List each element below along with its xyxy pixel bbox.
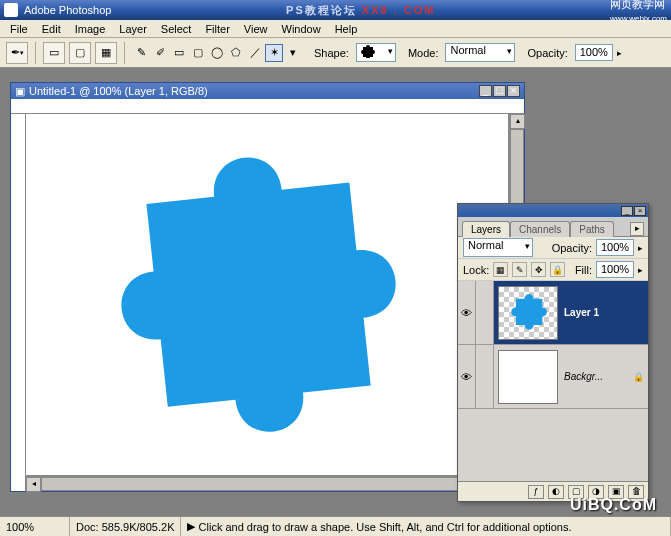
menu-file[interactable]: File (4, 22, 34, 36)
lock-icon: 🔒 (633, 372, 644, 382)
menu-layer[interactable]: Layer (113, 22, 153, 36)
tab-layers[interactable]: Layers (462, 221, 510, 237)
menu-window[interactable]: Window (276, 22, 327, 36)
tab-paths[interactable]: Paths (570, 221, 614, 237)
document-title-text: Untitled-1 @ 100% (Layer 1, RGB/8) (29, 85, 208, 97)
document-icon: ▣ (15, 85, 25, 98)
pen-icon[interactable]: ✎ (132, 44, 150, 62)
document-window: ▣ Untitled-1 @ 100% (Layer 1, RGB/8) _ □… (10, 82, 525, 492)
layer-mask-icon[interactable]: ◐ (548, 485, 564, 499)
titlebar-right: 网页教学网 www.webjx.com (610, 0, 667, 23)
lock-transparency-icon[interactable]: ▦ (493, 262, 508, 277)
divider (35, 42, 36, 64)
layer-blend-mode-select[interactable]: Normal (463, 238, 533, 257)
options-bar: ✒▾ ▭ ▢ ▦ ✎ ✐ ▭ ▢ ◯ ⬠ ／ ✶ ▾ Shape: Mode: … (0, 38, 671, 68)
visibility-toggle-icon[interactable]: 👁 (458, 345, 476, 408)
watermark-text: UiBQ.CoM (570, 496, 657, 514)
shape-options-dropdown-icon[interactable]: ▾ (284, 44, 302, 62)
shape-label: Shape: (314, 47, 349, 59)
polygon-icon[interactable]: ⬠ (227, 44, 245, 62)
fill-field[interactable]: 100% (596, 261, 634, 278)
doc-minimize-button[interactable]: _ (479, 85, 492, 97)
scroll-left-icon[interactable]: ◂ (26, 477, 41, 492)
ellipse-icon[interactable]: ◯ (208, 44, 226, 62)
menu-bar: File Edit Image Layer Select Filter View… (0, 20, 671, 38)
panel-titlebar[interactable]: _ × (458, 204, 648, 217)
photoshop-icon (4, 3, 18, 17)
layer-row[interactable]: 👁 Backgr... 🔒 (458, 345, 648, 409)
layer-thumbnail[interactable] (498, 286, 558, 340)
layers-panel: _ × Layers Channels Paths ▸ Normal Opaci… (457, 203, 649, 502)
link-column[interactable] (476, 345, 494, 408)
tab-channels[interactable]: Channels (510, 221, 570, 237)
zoom-level-field[interactable]: 100% (0, 517, 70, 536)
blend-mode-select[interactable]: Normal (445, 43, 515, 62)
opacity-flyout-icon[interactable]: ▸ (617, 48, 622, 58)
rounded-rectangle-icon[interactable]: ▢ (189, 44, 207, 62)
lock-row: Lock: ▦ ✎ ✥ 🔒 Fill: 100% ▸ (458, 259, 648, 281)
panel-menu-icon[interactable]: ▸ (630, 222, 644, 236)
opacity-label: Opacity: (527, 47, 567, 59)
layer-opacity-label: Opacity: (552, 242, 592, 254)
panel-minimize-button[interactable]: _ (621, 206, 633, 216)
lock-pixels-icon[interactable]: ✎ (512, 262, 527, 277)
scroll-up-icon[interactable]: ▴ (510, 114, 525, 129)
layer-style-icon[interactable]: ƒ (528, 485, 544, 499)
doc-maximize-button[interactable]: □ (493, 85, 506, 97)
doc-close-button[interactable]: × (507, 85, 520, 97)
menu-help[interactable]: Help (329, 22, 364, 36)
menu-edit[interactable]: Edit (36, 22, 67, 36)
line-icon[interactable]: ／ (246, 44, 264, 62)
layer-row[interactable]: 👁 Layer 1 (458, 281, 648, 345)
layer-name[interactable]: Backgr... (562, 371, 633, 382)
blend-row: Normal Opacity: 100% ▸ (458, 237, 648, 259)
ruler-vertical[interactable] (11, 114, 26, 491)
opacity-field[interactable]: 100% (575, 44, 613, 61)
layer-thumbnail[interactable] (498, 350, 558, 404)
opacity-flyout-icon[interactable]: ▸ (638, 243, 643, 253)
mode-label: Mode: (408, 47, 439, 59)
lock-label: Lock: (463, 264, 489, 276)
scrollbar-horizontal[interactable]: ◂ ▸ (26, 476, 509, 491)
lock-all-icon[interactable]: 🔒 (550, 262, 565, 277)
path-mode-icon[interactable]: ▢ (69, 42, 91, 64)
shape-tools-group: ✎ ✐ ▭ ▢ ◯ ⬠ ／ ✶ ▾ (132, 44, 302, 62)
document-titlebar[interactable]: ▣ Untitled-1 @ 100% (Layer 1, RGB/8) _ □… (11, 83, 524, 99)
tool-preset-icon[interactable]: ✒▾ (6, 42, 28, 64)
shape-picker[interactable] (356, 43, 396, 62)
panel-close-button[interactable]: × (634, 206, 646, 216)
status-hint: ▶ Click and drag to draw a shape. Use Sh… (181, 517, 671, 536)
rectangle-icon[interactable]: ▭ (170, 44, 188, 62)
puzzle-shape (44, 115, 457, 476)
menu-view[interactable]: View (238, 22, 274, 36)
fill-pixels-mode-icon[interactable]: ▦ (95, 42, 117, 64)
lock-position-icon[interactable]: ✥ (531, 262, 546, 277)
layer-list: 👁 Layer 1 👁 Backgr... 🔒 (458, 281, 648, 481)
ruler-horizontal[interactable] (11, 99, 524, 114)
divider (124, 42, 125, 64)
titlebar-center-text: PS教程论坛 XX8 . COM (117, 3, 604, 18)
link-column[interactable] (476, 281, 494, 344)
canvas[interactable] (26, 114, 509, 476)
freeform-pen-icon[interactable]: ✐ (151, 44, 169, 62)
workspace: ▣ Untitled-1 @ 100% (Layer 1, RGB/8) _ □… (0, 68, 671, 516)
layer-name[interactable]: Layer 1 (562, 307, 648, 318)
layer-opacity-field[interactable]: 100% (596, 239, 634, 256)
shape-layer-mode-icon[interactable]: ▭ (43, 42, 65, 64)
visibility-toggle-icon[interactable]: 👁 (458, 281, 476, 344)
menu-image[interactable]: Image (69, 22, 112, 36)
app-titlebar: Adobe Photoshop PS教程论坛 XX8 . COM 网页教学网 w… (0, 0, 671, 20)
custom-shape-icon[interactable]: ✶ (265, 44, 283, 62)
app-name: Adobe Photoshop (24, 4, 111, 16)
fill-label: Fill: (575, 264, 592, 276)
status-bar: 100% Doc: 585.9K/805.2K ▶ Click and drag… (0, 516, 671, 536)
menu-filter[interactable]: Filter (199, 22, 235, 36)
fill-flyout-icon[interactable]: ▸ (638, 265, 643, 275)
panel-tabs: Layers Channels Paths ▸ (458, 217, 648, 237)
doc-size-info[interactable]: Doc: 585.9K/805.2K (70, 517, 181, 536)
menu-select[interactable]: Select (155, 22, 198, 36)
